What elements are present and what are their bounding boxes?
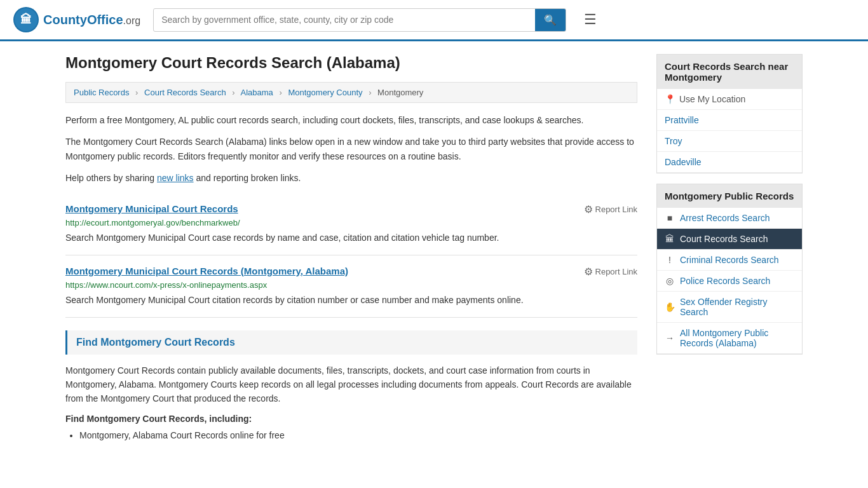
all-records-icon: → [665, 333, 675, 343]
sidebar-item-criminal-label: Criminal Records Search [680, 255, 779, 265]
sidebar-item-all-label: All Montgomery Public Records (Alabama) [680, 328, 794, 348]
breadcrumb-montgomery: Montgomery [377, 88, 423, 97]
record-entry-1: Montgomery Municipal Court Records ⚙ Rep… [65, 193, 637, 255]
report-icon-1: ⚙ [584, 203, 593, 215]
record-entry-2: Montgomery Municipal Court Records (Mont… [65, 255, 637, 318]
arrest-icon: ■ [665, 213, 675, 223]
sidebar-item-sex-offender[interactable]: ✋ Sex Offender Registry Search [657, 292, 802, 323]
find-section: Find Montgomery Court Records [65, 330, 637, 355]
sidebar-item-police[interactable]: ◎ Police Records Search [657, 271, 802, 292]
record-desc-1: Search Montgomery Municipal Court case r… [65, 231, 637, 245]
court-icon: 🏛 [665, 234, 675, 244]
criminal-icon: ! [665, 255, 675, 265]
breadcrumb-sep-4: › [369, 88, 371, 97]
record-desc-2: Search Montgomery Municipal Court citati… [65, 294, 637, 307]
sidebar-item-court[interactable]: 🏛 Court Records Search [657, 229, 802, 250]
sidebar: Court Records Search near Montgomery 📍 U… [656, 54, 803, 445]
breadcrumb-sep-3: › [279, 88, 281, 97]
record-url-1[interactable]: http://ecourt.montgomeryal.gov/benchmark… [65, 218, 637, 227]
find-list: Montgomery, Alabama Court Records online… [65, 429, 637, 442]
search-button[interactable]: 🔍 [535, 9, 566, 31]
breadcrumb-montgomery-county[interactable]: Montgomery County [288, 88, 362, 97]
content: Montgomery Court Records Search (Alabama… [65, 54, 637, 445]
desc-para3-prefix: Help others by sharing [65, 173, 157, 183]
menu-button[interactable]: ☰ [579, 9, 602, 30]
find-body: Montgomery Court Records contain publicl… [65, 363, 637, 406]
report-label-2: Report Link [595, 267, 637, 276]
breadcrumb-sep-1: › [135, 88, 138, 97]
header: 🏛 CountyOffice.org 🔍 ☰ [0, 0, 868, 41]
location-troy[interactable]: Troy [657, 131, 802, 152]
find-section-title: Find Montgomery Court Records [76, 337, 628, 348]
page-title: Montgomery Court Records Search (Alabama… [65, 54, 637, 72]
search-bar: 🔍 [153, 8, 566, 32]
desc-para3-suffix: and reporting broken links. [194, 173, 301, 183]
sidebar-item-arrest[interactable]: ■ Arrest Records Search [657, 208, 802, 229]
report-icon-2: ⚙ [584, 266, 593, 278]
record-title-2[interactable]: Montgomery Municipal Court Records (Mont… [65, 266, 348, 276]
breadcrumb: Public Records › Court Records Search › … [65, 82, 637, 103]
search-input[interactable] [154, 10, 535, 30]
nearby-section: Court Records Search near Montgomery 📍 U… [656, 54, 803, 173]
breadcrumb-sep-2: › [232, 88, 234, 97]
breadcrumb-alabama[interactable]: Alabama [241, 88, 273, 97]
sidebar-item-sex-offender-label: Sex Offender Registry Search [680, 297, 794, 317]
location-prattville[interactable]: Prattville [657, 110, 802, 131]
breadcrumb-court-records[interactable]: Court Records Search [144, 88, 226, 97]
report-link-1[interactable]: ⚙ Report Link [584, 203, 637, 215]
nearby-section-header: Court Records Search near Montgomery [657, 55, 802, 89]
sidebar-item-all-public-records[interactable]: → All Montgomery Public Records (Alabama… [657, 323, 802, 354]
sidebar-item-police-label: Police Records Search [680, 276, 770, 286]
pin-icon: 📍 [665, 94, 675, 104]
logo-icon[interactable]: 🏛 [13, 6, 39, 33]
breadcrumb-public-records[interactable]: Public Records [74, 88, 129, 97]
desc-para1: Perform a free Montgomery, AL public cou… [65, 113, 637, 127]
desc-para2: The Montgomery Court Records Search (Ala… [65, 135, 637, 163]
sex-offender-icon: ✋ [665, 302, 675, 312]
use-my-location[interactable]: 📍 Use My Location [657, 89, 802, 110]
logo-text: CountyOffice.org [43, 13, 140, 27]
record-url-2[interactable]: https://www.ncourt.com/x-press/x-onlinep… [65, 280, 637, 290]
find-subheading: Find Montgomery Court Records, including… [65, 414, 637, 424]
find-list-item-1: Montgomery, Alabama Court Records online… [79, 429, 637, 442]
public-records-header: Montgomery Public Records [657, 184, 802, 208]
sidebar-item-arrest-label: Arrest Records Search [680, 213, 770, 223]
svg-text:🏛: 🏛 [20, 13, 32, 26]
record-header-1: Montgomery Municipal Court Records ⚙ Rep… [65, 203, 637, 215]
desc-para3: Help others by sharing new links and rep… [65, 171, 637, 185]
report-link-2[interactable]: ⚙ Report Link [584, 266, 637, 278]
record-header-2: Montgomery Municipal Court Records (Mont… [65, 266, 637, 278]
police-icon: ◎ [665, 276, 675, 286]
record-title-1[interactable]: Montgomery Municipal Court Records [65, 203, 238, 214]
new-links-link[interactable]: new links [157, 173, 194, 183]
use-location-label: Use My Location [679, 94, 745, 104]
public-records-section: Montgomery Public Records ■ Arrest Recor… [656, 184, 803, 355]
location-dadeville[interactable]: Dadeville [657, 152, 802, 173]
sidebar-item-court-label: Court Records Search [680, 234, 768, 244]
report-label-1: Report Link [595, 205, 637, 214]
main-layout: Montgomery Court Records Search (Alabama… [53, 41, 815, 458]
logo-area: 🏛 CountyOffice.org [13, 6, 140, 33]
sidebar-item-criminal[interactable]: ! Criminal Records Search [657, 250, 802, 271]
